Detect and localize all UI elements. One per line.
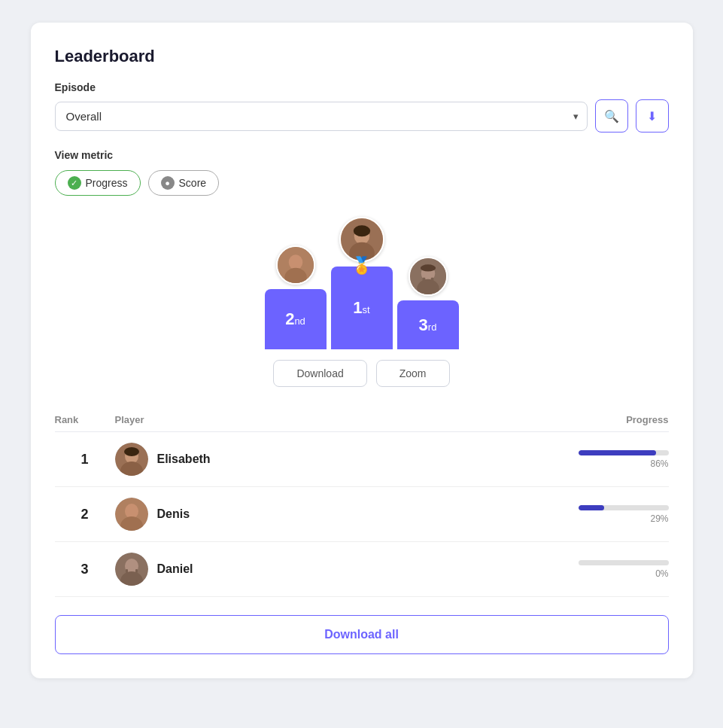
progress-cell-3: 0%	[518, 560, 669, 579]
svg-rect-12	[430, 278, 433, 282]
player-avatar-3	[115, 553, 148, 586]
player-name-3: Daniel	[157, 562, 193, 576]
progress-bar-bg-3	[579, 560, 669, 565]
col-rank: Rank	[55, 414, 115, 425]
download-all-button[interactable]: Download all	[55, 615, 669, 654]
podium-figures: 2nd 🏅 1st	[265, 217, 459, 349]
col-progress: Progress	[518, 414, 669, 425]
svg-rect-11	[422, 278, 425, 282]
search-icon: 🔍	[604, 109, 619, 123]
podium-person-1st: 🏅 1st	[331, 217, 393, 349]
download-button[interactable]: ⬇	[636, 99, 669, 133]
player-cell-1: Elisabeth	[115, 443, 518, 476]
podium-actions: Download Zoom	[273, 360, 449, 387]
download-icon: ⬇	[647, 109, 657, 123]
score-metric-button[interactable]: ● Score	[148, 170, 220, 196]
rank-3: 3	[55, 562, 115, 577]
podium-container: 2nd 🏅 1st	[55, 217, 669, 387]
episode-select-wrapper: Overall ▾	[55, 102, 588, 131]
avatar-3rd-svg	[410, 257, 446, 296]
episode-label: Episode	[55, 81, 669, 93]
svg-point-6	[353, 225, 369, 236]
page-title: Leaderboard	[55, 47, 669, 66]
avatar-3rd	[409, 257, 448, 296]
podium-download-button[interactable]: Download	[273, 360, 366, 387]
progress-bar-bg-1	[579, 450, 669, 455]
rank-1: 1	[55, 452, 115, 468]
progress-bar-fill-1	[579, 450, 656, 455]
col-player: Player	[115, 414, 518, 425]
podium-person-2nd: 2nd	[265, 245, 327, 349]
search-button[interactable]: 🔍	[595, 99, 628, 133]
svg-point-16	[124, 447, 139, 456]
player-name-2: Denis	[157, 507, 190, 521]
metric-toggle-row: ✓ Progress ● Score	[55, 170, 669, 196]
progress-bar-bg-2	[579, 505, 669, 510]
progress-metric-button[interactable]: ✓ Progress	[55, 170, 141, 196]
podium-zoom-button[interactable]: Zoom	[376, 360, 450, 387]
podium-person-3rd: 3rd	[397, 257, 459, 349]
svg-point-1	[288, 254, 302, 270]
episode-row: Overall ▾ 🔍 ⬇	[55, 99, 669, 133]
leaderboard-card: Leaderboard Episode Overall ▾ 🔍 ⬇ View m…	[31, 23, 693, 678]
svg-rect-23	[126, 569, 128, 573]
podium-block-3rd: 3rd	[397, 300, 459, 349]
rank-2: 2	[55, 507, 115, 522]
table-row: 3 Daniel 0%	[55, 542, 669, 597]
avatar-1st-svg	[341, 217, 383, 262]
progress-cell-2: 29%	[518, 505, 669, 524]
svg-point-10	[420, 264, 435, 271]
progress-icon: ✓	[68, 176, 81, 190]
player-avatar-2	[115, 498, 148, 531]
player-cell-3: Daniel	[115, 553, 518, 586]
podium-block-1st: 🏅 1st	[331, 267, 393, 349]
table-row: 2 Denis 29%	[55, 487, 669, 542]
score-icon: ●	[161, 176, 175, 190]
progress-pct-2: 29%	[650, 513, 668, 524]
progress-cell-1: 86%	[518, 450, 669, 469]
player-avatar-1	[115, 443, 148, 476]
podium-block-2nd: 2nd	[265, 289, 327, 349]
avatar-2nd	[276, 245, 315, 285]
svg-rect-24	[135, 569, 138, 573]
player-cell-2: Denis	[115, 498, 518, 531]
avatar-2nd-svg	[278, 245, 314, 285]
player-name-1: Elisabeth	[157, 452, 211, 466]
metric-label: View metric	[55, 149, 669, 161]
progress-label: Progress	[86, 177, 128, 189]
progress-bar-fill-2	[579, 505, 605, 510]
progress-pct-3: 0%	[655, 568, 668, 579]
score-label: Score	[179, 177, 207, 189]
avatar-1st	[339, 217, 384, 262]
progress-pct-1: 86%	[650, 458, 668, 469]
medal-icon: 🏅	[351, 256, 372, 276]
table-header: Rank Player Progress	[55, 408, 669, 432]
table-row: 1 Elisabeth 86%	[55, 432, 669, 487]
episode-select[interactable]: Overall	[55, 102, 588, 131]
